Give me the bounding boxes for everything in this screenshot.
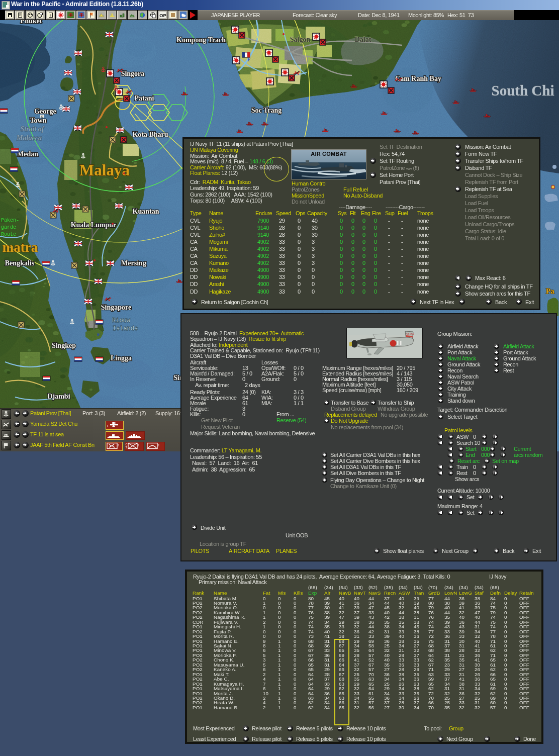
svg-text:Town: Town	[30, 117, 47, 124]
svg-text:Mersing: Mersing	[121, 259, 146, 267]
svg-text:Route: Route	[1, 232, 16, 237]
svg-text:T: T	[126, 446, 128, 449]
svg-text:garde: garde	[1, 225, 16, 230]
svg-text:Djambi: Djambi	[47, 393, 70, 400]
svg-text:F: F	[247, 57, 250, 62]
svg-text:Kuantan: Kuantan	[133, 208, 159, 215]
svg-text:Bengkalis: Bengkalis	[5, 259, 35, 267]
svg-text:Singkep: Singkep	[52, 342, 76, 349]
svg-text:Kota Bharu: Kota Bharu	[132, 131, 168, 138]
svg-text:Soc Trang: Soc Trang	[251, 107, 282, 114]
svg-text:Dalat: Dalat	[355, 36, 371, 43]
svg-text:George: George	[34, 108, 56, 115]
svg-text:i: i	[50, 13, 51, 18]
svg-text:Strait of: Strait of	[20, 125, 44, 133]
svg-text:Singora: Singora	[121, 70, 145, 77]
svg-text:Islands: Islands	[113, 325, 138, 332]
svg-text:South Chi: South Chi	[492, 82, 554, 99]
svg-text:matra: matra	[3, 240, 38, 255]
svg-text:F: F	[97, 332, 100, 337]
svg-text:Cam Ranh Bay: Cam Ranh Bay	[395, 75, 441, 82]
svg-text:Patani: Patani	[135, 94, 154, 102]
svg-text:F: F	[107, 424, 109, 428]
svg-text:Phuket: Phuket	[21, 20, 42, 25]
svg-text:Paken-: Paken-	[1, 218, 19, 223]
svg-text:E: E	[41, 115, 43, 118]
svg-text:Singapore: Singapore	[101, 304, 131, 311]
svg-text:AII-256: AII-256	[406, 332, 414, 335]
svg-text:Kuala Lumpur: Kuala Lumpur	[71, 221, 117, 229]
svg-text:Lingga: Lingga	[111, 354, 132, 362]
svg-text:Saigon: Saigon	[290, 36, 311, 43]
svg-text:Pa: Pa	[546, 287, 554, 295]
svg-text:Kompong Trach: Kompong Trach	[176, 36, 226, 44]
svg-text:Medan: Medan	[17, 150, 38, 158]
svg-text:Malacca: Malacca	[16, 134, 42, 142]
svg-text:Riouw: Riouw	[112, 317, 131, 324]
svg-text:OP: OP	[159, 13, 166, 18]
svg-text:Malaya: Malaya	[79, 161, 130, 179]
